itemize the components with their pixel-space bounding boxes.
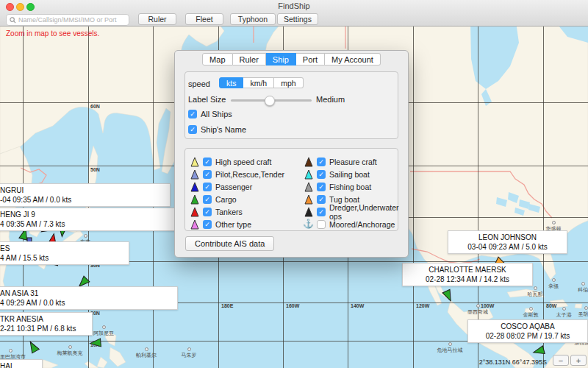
city-marker	[562, 307, 566, 311]
city-marker	[552, 221, 556, 224]
city-label: 阿加尼亚	[93, 330, 114, 337]
vessel-label[interactable]: ES4 AM / 15.5 kts	[0, 241, 129, 265]
city-marker	[476, 304, 480, 308]
ship-type-triangle-icon	[190, 182, 199, 192]
vessel-label[interactable]: LEON JOHNSON03-04 09:23 AM / 5.0 kts	[448, 230, 567, 254]
tab-ship[interactable]: Ship	[266, 53, 296, 66]
zoom-out-button[interactable]: −	[553, 355, 569, 366]
grid-meridian	[478, 26, 478, 368]
ship-type-triangle-icon	[304, 182, 313, 192]
tab-port[interactable]: Port	[296, 53, 325, 66]
vessel-label[interactable]: HENG JI 94 09:35 AM / 7.3 kts	[0, 208, 176, 231]
ship-type-row: ✓Pilot,Rescue,Tender	[190, 168, 284, 180]
tab-map[interactable]: Map	[202, 53, 232, 66]
zoom-in-button[interactable]: +	[570, 355, 587, 366]
ship-type-label: Moored/Anchorage	[329, 220, 395, 229]
tab-my-account[interactable]: My Account	[325, 53, 381, 66]
checkbox-icon[interactable]: ✓	[317, 208, 326, 216]
checkbox-icon[interactable]: ✓	[188, 110, 197, 118]
city-label: 墨西哥城	[467, 308, 488, 316]
city-label: 梅莱凯奥克	[57, 350, 83, 357]
cursor-coordinates: 2°38.131N 66°47.395S	[479, 358, 547, 366]
checkbox-icon[interactable]: ✓	[203, 195, 212, 204]
vessel-label[interactable]: COSCO AQABA02-28 08:02 PM / 19.7 kts	[467, 319, 588, 343]
checkbox-icon[interactable]: ✓	[203, 158, 212, 166]
search-icon	[10, 17, 16, 24]
checkbox-icon[interactable]: ✓	[203, 220, 212, 229]
ship-type-label: Passenger	[215, 183, 252, 191]
city-label: 科伯	[578, 286, 588, 294]
vessel-label[interactable]: CHARLOTTE MAERSK02-28 12:34 AM / 14.2 kt…	[402, 263, 533, 286]
speed-option-kts[interactable]: kts	[219, 77, 243, 88]
ship-type-triangle-icon	[190, 194, 199, 205]
ship-type-label: Fishing boat	[329, 183, 371, 191]
vessel-label[interactable]: HAL	[0, 359, 43, 368]
city-label: 帕利基尔	[136, 352, 157, 359]
city-marker	[534, 286, 537, 290]
grid-meridian	[413, 26, 414, 368]
checkbox-icon[interactable]: ✓	[317, 170, 326, 179]
speed-option-mph[interactable]: mph	[274, 77, 303, 88]
ship-type-row: ✓Dredger,Underwater ops	[304, 205, 408, 218]
toolbar-button-fleet[interactable]: Fleet	[185, 13, 223, 25]
ship-type-label: High speed craft	[215, 158, 271, 166]
checkbox-row-all-ships[interactable]: ✓All Ships	[188, 110, 232, 118]
checkbox-icon[interactable]	[317, 220, 326, 229]
checkbox-row-ship-s-name[interactable]: ✓Ship's Name	[188, 125, 246, 134]
ship-type-label: Pilot,Rescue,Tender	[215, 170, 284, 179]
ship-type-label: Other type	[215, 220, 251, 229]
vessel-label[interactable]: TKR ANESIA2-21 10:31 PM / 6.8 kts	[0, 312, 93, 336]
city-marker	[584, 306, 588, 310]
grid-meridian	[543, 26, 544, 368]
ship-type-triangle-icon	[304, 207, 313, 217]
zoom-hint-text: Zoom in map to see vessels.	[6, 29, 99, 38]
ship-type-row: ✓Other type	[190, 218, 284, 230]
city-label: 太子港	[556, 311, 572, 319]
checkbox-icon[interactable]: ✓	[203, 183, 212, 191]
city-marker	[187, 347, 191, 351]
city-marker	[68, 345, 72, 349]
checkbox-icon[interactable]: ✓	[317, 158, 326, 166]
speed-label: speed	[188, 79, 210, 88]
anchor-icon: ⚓	[304, 219, 313, 229]
ship-type-triangle-icon	[190, 157, 199, 167]
label-size-slider[interactable]	[231, 99, 312, 102]
city-label: 圣胡安	[578, 311, 588, 318]
ship-type-triangle-icon	[304, 169, 313, 180]
ship-type-triangle-icon	[190, 169, 199, 180]
vessel-label[interactable]: AN ASIA 314 09:29 AM / 0.0 kts	[0, 286, 178, 310]
title-bar: FindShip Name/Callsign/MMSI/IMO or Port …	[0, 0, 588, 26]
ship-type-row: ✓Fishing boat	[304, 180, 408, 193]
search-placeholder: Name/Callsign/MMSI/IMO or Port	[18, 16, 117, 24]
graticule-label: 10N	[90, 342, 100, 347]
toolbar-button-ruler[interactable]: Ruler	[138, 13, 176, 25]
checkbox-icon[interactable]: ✓	[188, 125, 197, 134]
checkbox-icon[interactable]: ✓	[317, 195, 326, 204]
ship-type-row: ✓Tankers	[190, 205, 284, 218]
checkbox-icon[interactable]: ✓	[317, 183, 326, 191]
label-size-value: Medium	[316, 95, 345, 104]
vessel-label[interactable]: NGRUI-04 09:35 AM / 0.0 kts	[0, 183, 171, 207]
checkbox-icon[interactable]: ✓	[203, 170, 212, 179]
ship-type-label: Cargo	[215, 195, 237, 204]
tab-ruler[interactable]: Ruler	[233, 53, 266, 66]
ship-type-row: ✓Pleasure craft	[304, 155, 408, 168]
city-marker	[9, 349, 12, 353]
ship-type-triangle-icon	[304, 194, 313, 205]
ship-type-row: ✓Passenger	[190, 180, 284, 193]
ship-type-label: Pleasure craft	[329, 158, 377, 166]
search-input[interactable]: Name/Callsign/MMSI/IMO or Port	[6, 14, 129, 26]
contribute-ais-data-button[interactable]: Contribute AIS data	[185, 236, 274, 251]
graticule-label: 100W	[481, 303, 494, 308]
city-marker	[529, 307, 533, 311]
speed-option-kmh[interactable]: km/h	[243, 77, 274, 88]
toolbar-button-typhoon[interactable]: Typhoon	[230, 13, 276, 25]
toolbar-button-settings[interactable]: Settings	[277, 13, 318, 25]
city-marker	[145, 347, 148, 351]
checkbox-label: Ship's Name	[201, 125, 246, 134]
graticule-label: 60N	[90, 104, 100, 109]
checkbox-icon[interactable]: ✓	[203, 208, 212, 216]
ship-type-triangle-icon	[304, 157, 313, 167]
ship-type-row: ⚓Moored/Anchorage	[304, 218, 408, 230]
window-title: FindShip	[0, 1, 588, 10]
